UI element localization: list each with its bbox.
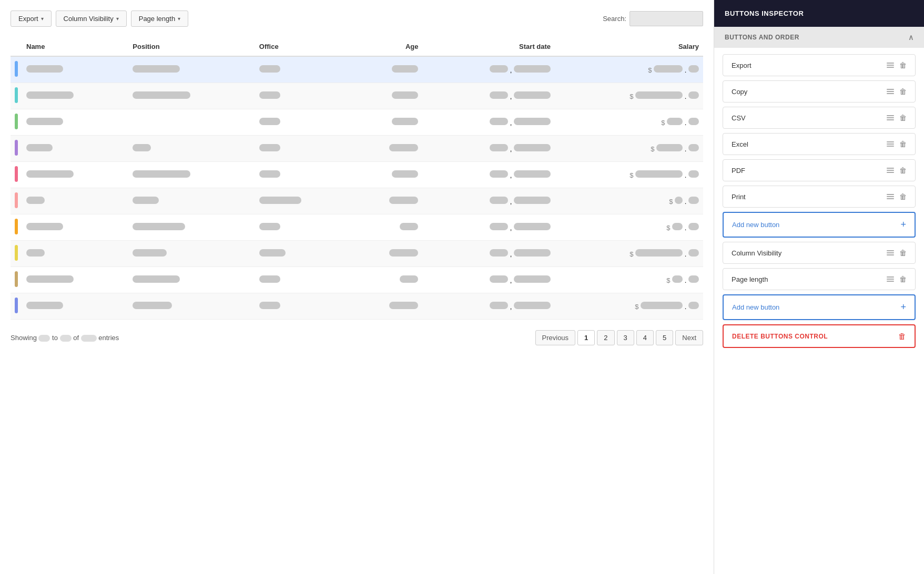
reorder-icon[interactable] (887, 168, 894, 173)
delete-button-icon[interactable]: 🗑 (899, 275, 907, 283)
delete-button-icon[interactable]: 🗑 (899, 114, 907, 122)
delete-button-icon[interactable]: 🗑 (899, 140, 907, 148)
page-4-button[interactable]: 4 (636, 330, 654, 345)
showing-from (38, 335, 50, 342)
delete-button-icon[interactable]: 🗑 (899, 87, 907, 96)
col-name[interactable]: Name (22, 37, 128, 56)
row-office (255, 188, 351, 214)
row-office (255, 109, 351, 136)
panel-button-csv: CSV 🗑 (723, 107, 916, 129)
previous-button[interactable]: Previous (535, 330, 576, 345)
page-1-button[interactable]: 1 (577, 330, 595, 345)
page-3-button[interactable]: 3 (617, 330, 634, 345)
search-input[interactable] (629, 11, 703, 26)
page-length-label: Page length (139, 15, 175, 23)
delete-buttons-control[interactable]: DELETE BUTTONS CONTROL 🗑 (723, 324, 916, 348)
col-salary[interactable]: Salary (555, 37, 703, 56)
row-office (255, 214, 351, 241)
reorder-icon[interactable] (887, 63, 894, 68)
row-position (128, 241, 255, 267)
column-visibility-button[interactable]: Column Visibility ▾ (56, 11, 127, 27)
main-content: Export ▾ Column Visibility ▾ Page length… (0, 0, 714, 574)
search-label: Search: (603, 15, 626, 23)
export-arrow-icon: ▾ (41, 16, 44, 22)
row-age (351, 241, 423, 267)
delete-button-icon[interactable]: 🗑 (899, 166, 907, 175)
row-salary: $ . (555, 136, 703, 162)
next-button[interactable]: Next (675, 330, 703, 345)
col-office[interactable]: Office (255, 37, 351, 56)
add-new-label-1: Add new button (732, 221, 779, 229)
button-actions: 🗑 (887, 192, 907, 201)
row-color-indicator (11, 109, 22, 136)
row-position (128, 293, 255, 320)
row-office (255, 83, 351, 109)
row-office (255, 136, 351, 162)
row-position (128, 162, 255, 188)
button-list-2: Column Visibility 🗑 Page length 🗑 (723, 242, 916, 290)
row-position (128, 188, 255, 214)
section-title: BUTTONS AND ORDER (725, 34, 799, 41)
row-color-indicator (11, 83, 22, 109)
button-label: Page length (732, 275, 768, 283)
button-actions: 🗑 (887, 61, 907, 69)
panel-button-page-length: Page length 🗑 (723, 268, 916, 290)
reorder-icon[interactable] (887, 276, 894, 282)
row-salary: $ . (555, 56, 703, 83)
button-actions: 🗑 (887, 87, 907, 96)
button-label: CSV (732, 114, 746, 122)
reorder-icon[interactable] (887, 89, 894, 94)
col-age[interactable]: Age (351, 37, 423, 56)
button-actions: 🗑 (887, 114, 907, 122)
delete-button-icon[interactable]: 🗑 (899, 61, 907, 69)
add-new-button-2[interactable]: Add new button + (723, 294, 916, 320)
row-name (22, 267, 128, 293)
delete-button-icon[interactable]: 🗑 (899, 192, 907, 201)
reorder-icon[interactable] (887, 141, 894, 147)
panel-button-copy: Copy 🗑 (723, 80, 916, 102)
delete-button-icon[interactable]: 🗑 (899, 249, 907, 257)
hamburger-icon (887, 276, 894, 282)
row-salary: $ . (555, 267, 703, 293)
button-label: Excel (732, 140, 748, 148)
page-length-button[interactable]: Page length ▾ (131, 11, 188, 27)
row-startdate: , (422, 241, 555, 267)
hamburger-icon (887, 115, 894, 120)
panel-button-column-visibility: Column Visibility 🗑 (723, 242, 916, 264)
add-new-button-1[interactable]: Add new button + (723, 212, 916, 238)
data-table: Name Position Office Age Start date Sala… (11, 37, 703, 320)
row-name (22, 136, 128, 162)
showing-total (81, 335, 97, 342)
row-age (351, 83, 423, 109)
reorder-icon[interactable] (887, 250, 894, 255)
reorder-icon[interactable] (887, 194, 894, 199)
button-actions: 🗑 (887, 275, 907, 283)
button-actions: 🗑 (887, 166, 907, 175)
row-color-indicator (11, 56, 22, 83)
row-name (22, 214, 128, 241)
collapse-icon[interactable]: ∧ (908, 33, 914, 42)
panel-button-excel: Excel 🗑 (723, 133, 916, 155)
col-startdate[interactable]: Start date (422, 37, 555, 56)
hamburger-icon (887, 89, 894, 94)
reorder-icon[interactable] (887, 115, 894, 120)
page-5-button[interactable]: 5 (656, 330, 673, 345)
button-list-1: Export 🗑 Copy 🗑 CSV (723, 54, 916, 208)
row-name (22, 56, 128, 83)
row-position (128, 136, 255, 162)
button-actions: 🗑 (887, 249, 907, 257)
row-salary: $ . (555, 109, 703, 136)
row-age (351, 188, 423, 214)
hamburger-icon (887, 194, 894, 199)
toolbar: Export ▾ Column Visibility ▾ Page length… (11, 11, 703, 27)
row-salary: $ . (555, 293, 703, 320)
col-position[interactable]: Position (128, 37, 255, 56)
panel-button-pdf: PDF 🗑 (723, 159, 916, 181)
row-startdate: , (422, 83, 555, 109)
page-2-button[interactable]: 2 (597, 330, 614, 345)
row-startdate: , (422, 188, 555, 214)
showing-text: Showing to of entries (11, 334, 119, 342)
row-age (351, 56, 423, 83)
export-button[interactable]: Export ▾ (11, 11, 52, 27)
row-office (255, 293, 351, 320)
